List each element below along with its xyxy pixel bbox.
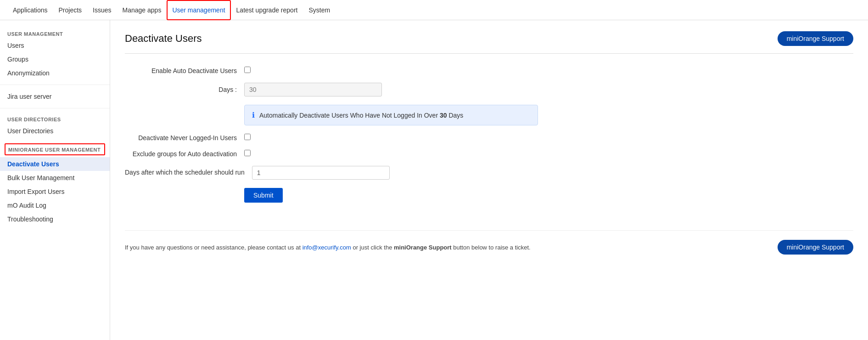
deactivate-users-form: Enable Auto Deactivate Users Days : ℹ Au… bbox=[125, 61, 538, 203]
days-control bbox=[244, 83, 428, 96]
deactivate-never-checkbox[interactable] bbox=[244, 134, 251, 140]
sidebar-item-users[interactable]: Users bbox=[0, 39, 110, 52]
sidebar-item-groups[interactable]: Groups bbox=[0, 52, 110, 66]
sidebar-section-miniorange-label: MINIORANGE USER MANAGEMENT bbox=[8, 147, 101, 153]
submit-button[interactable]: Submit bbox=[244, 188, 283, 203]
deactivate-never-control bbox=[244, 134, 428, 142]
exclude-groups-control bbox=[244, 150, 428, 158]
sidebar-item-jira-user-server[interactable]: Jira user server bbox=[0, 90, 110, 103]
sidebar-item-import-export-users[interactable]: Import Export Users bbox=[0, 185, 110, 198]
nav-latest-upgrade-report[interactable]: Latest upgrade report bbox=[231, 0, 303, 20]
sidebar-item-bulk-user-management[interactable]: Bulk User Management bbox=[0, 171, 110, 185]
sidebar-section-user-management-label: USER MANAGEMENT bbox=[0, 28, 110, 39]
days-row: Days : bbox=[125, 83, 538, 96]
submit-control: Submit bbox=[244, 188, 428, 203]
miniorange-section-box: MINIORANGE USER MANAGEMENT bbox=[5, 143, 105, 155]
sidebar-divider-2 bbox=[0, 108, 110, 108]
scheduler-label: Days after which the scheduler should ru… bbox=[125, 168, 252, 177]
main-content: Deactivate Users miniOrange Support Enab… bbox=[110, 20, 868, 340]
support-button-bottom[interactable]: miniOrange Support bbox=[778, 240, 853, 255]
sidebar-item-mo-audit-log[interactable]: mO Audit Log bbox=[0, 198, 110, 212]
sidebar-item-deactivate-users[interactable]: Deactivate Users bbox=[0, 157, 110, 171]
exclude-groups-row: Exclude groups for Auto deactivation bbox=[125, 150, 538, 158]
info-box: ℹ Automatically Deactivate Users Who Hav… bbox=[244, 105, 538, 125]
page-layout: USER MANAGEMENT Users Groups Anonymizati… bbox=[0, 20, 868, 340]
sidebar-item-user-directories[interactable]: User Directories bbox=[0, 124, 110, 138]
nav-projects[interactable]: Projects bbox=[53, 0, 88, 20]
enable-auto-control bbox=[244, 67, 428, 74]
footer-section: If you have any questions or need assist… bbox=[125, 230, 853, 255]
enable-auto-row: Enable Auto Deactivate Users bbox=[125, 67, 538, 74]
sidebar-item-anonymization[interactable]: Anonymization bbox=[0, 66, 110, 80]
submit-row: Submit bbox=[125, 188, 538, 203]
nav-system[interactable]: System bbox=[303, 0, 336, 20]
enable-auto-checkbox[interactable] bbox=[244, 67, 251, 73]
page-header: Deactivate Users miniOrange Support bbox=[125, 31, 853, 54]
nav-issues[interactable]: Issues bbox=[87, 0, 117, 20]
footer-text: If you have any questions or need assist… bbox=[125, 244, 531, 251]
scheduler-control bbox=[252, 166, 436, 180]
footer-email-link[interactable]: info@xecurify.com bbox=[302, 244, 351, 251]
sidebar-item-troubleshooting[interactable]: Troubleshooting bbox=[0, 212, 110, 226]
nav-manage-apps[interactable]: Manage apps bbox=[117, 0, 167, 20]
sidebar-divider-1 bbox=[0, 85, 110, 85]
exclude-groups-label: Exclude groups for Auto deactivation bbox=[125, 150, 244, 158]
deactivate-never-row: Deactivate Never Logged-In Users bbox=[125, 134, 538, 142]
info-icon: ℹ bbox=[252, 111, 255, 119]
support-button-top[interactable]: miniOrange Support bbox=[778, 31, 853, 46]
info-text: Automatically Deactivate Users Who Have … bbox=[259, 112, 463, 119]
scheduler-row: Days after which the scheduler should ru… bbox=[125, 166, 538, 180]
top-navigation: Applications Projects Issues Manage apps… bbox=[0, 0, 868, 20]
exclude-groups-checkbox[interactable] bbox=[244, 150, 251, 156]
nav-applications[interactable]: Applications bbox=[7, 0, 53, 20]
days-label: Days : bbox=[125, 86, 244, 93]
sidebar-section-user-directories-label: USER DIRECTORIES bbox=[0, 113, 110, 124]
sidebar: USER MANAGEMENT Users Groups Anonymizati… bbox=[0, 20, 110, 340]
days-input[interactable] bbox=[244, 83, 382, 96]
enable-auto-label: Enable Auto Deactivate Users bbox=[125, 67, 244, 74]
scheduler-input[interactable] bbox=[252, 166, 390, 180]
page-title: Deactivate Users bbox=[125, 33, 202, 45]
deactivate-never-label: Deactivate Never Logged-In Users bbox=[125, 134, 244, 142]
nav-user-management[interactable]: User management bbox=[167, 0, 230, 20]
